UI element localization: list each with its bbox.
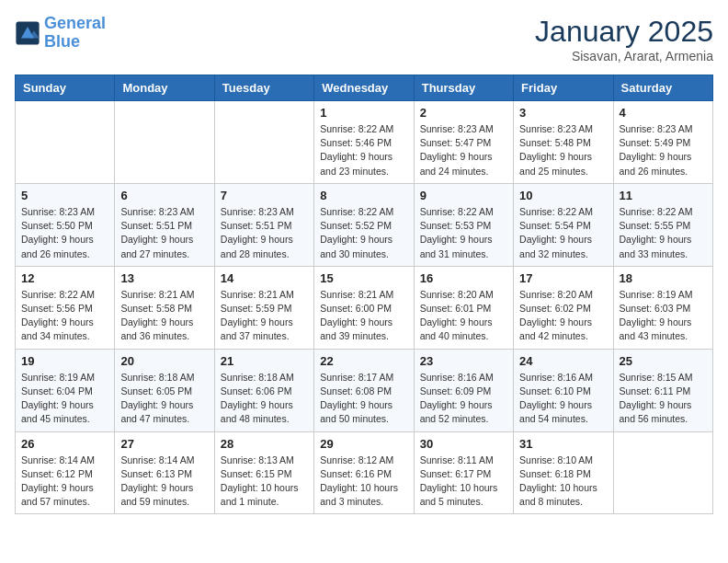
- calendar-cell: [214, 101, 313, 184]
- day-number: 17: [519, 271, 607, 285]
- calendar-cell: 26Sunrise: 8:14 AMSunset: 6:12 PMDayligh…: [16, 431, 115, 514]
- day-info: Sunrise: 8:14 AMSunset: 6:12 PMDaylight:…: [21, 454, 108, 510]
- calendar-cell: 4Sunrise: 8:23 AMSunset: 5:49 PMDaylight…: [613, 101, 712, 184]
- day-number: 26: [21, 437, 108, 451]
- logo-text: General Blue: [44, 15, 106, 52]
- day-info: Sunrise: 8:19 AMSunset: 6:03 PMDaylight:…: [620, 288, 707, 344]
- day-of-week-header: Monday: [115, 75, 214, 101]
- day-of-week-header: Sunday: [16, 75, 115, 101]
- subtitle: Sisavan, Ararat, Armenia: [535, 49, 713, 63]
- calendar-cell: 31Sunrise: 8:10 AMSunset: 6:18 PMDayligh…: [514, 431, 613, 514]
- calendar-cell: [613, 431, 712, 514]
- day-info: Sunrise: 8:23 AMSunset: 5:48 PMDaylight:…: [519, 122, 607, 178]
- day-number: 23: [420, 354, 507, 368]
- day-info: Sunrise: 8:18 AMSunset: 6:06 PMDaylight:…: [221, 371, 308, 427]
- day-info: Sunrise: 8:21 AMSunset: 5:59 PMDaylight:…: [221, 288, 308, 344]
- day-number: 16: [420, 271, 507, 285]
- day-info: Sunrise: 8:11 AMSunset: 6:17 PMDaylight:…: [420, 454, 507, 510]
- calendar-cell: 14Sunrise: 8:21 AMSunset: 5:59 PMDayligh…: [214, 266, 313, 349]
- day-info: Sunrise: 8:15 AMSunset: 6:11 PMDaylight:…: [620, 371, 707, 427]
- calendar-cell: 8Sunrise: 8:22 AMSunset: 5:52 PMDaylight…: [314, 183, 414, 266]
- calendar-cell: 1Sunrise: 8:22 AMSunset: 5:46 PMDaylight…: [314, 101, 414, 184]
- calendar-week-row: 19Sunrise: 8:19 AMSunset: 6:04 PMDayligh…: [16, 349, 713, 431]
- day-of-week-header: Friday: [514, 75, 613, 101]
- day-info: Sunrise: 8:22 AMSunset: 5:46 PMDaylight:…: [320, 122, 407, 178]
- calendar-week-row: 1Sunrise: 8:22 AMSunset: 5:46 PMDaylight…: [16, 101, 713, 184]
- header: General Blue January 2025 Sisavan, Arara…: [15, 15, 713, 63]
- day-number: 25: [620, 354, 707, 368]
- calendar-cell: 2Sunrise: 8:23 AMSunset: 5:47 PMDaylight…: [414, 101, 513, 184]
- day-number: 6: [120, 189, 208, 202]
- day-number: 18: [620, 271, 707, 285]
- day-info: Sunrise: 8:23 AMSunset: 5:51 PMDaylight:…: [221, 205, 308, 261]
- day-number: 27: [120, 437, 208, 451]
- calendar-cell: 27Sunrise: 8:14 AMSunset: 6:13 PMDayligh…: [115, 431, 214, 514]
- day-info: Sunrise: 8:20 AMSunset: 6:01 PMDaylight:…: [420, 288, 507, 344]
- day-info: Sunrise: 8:10 AMSunset: 6:18 PMDaylight:…: [519, 454, 607, 510]
- calendar-cell: 13Sunrise: 8:21 AMSunset: 5:58 PMDayligh…: [115, 266, 214, 349]
- day-number: 24: [519, 354, 607, 368]
- calendar-cell: 20Sunrise: 8:18 AMSunset: 6:05 PMDayligh…: [115, 349, 214, 431]
- day-info: Sunrise: 8:22 AMSunset: 5:56 PMDaylight:…: [21, 288, 108, 344]
- calendar-cell: 22Sunrise: 8:17 AMSunset: 6:08 PMDayligh…: [314, 349, 414, 431]
- calendar-cell: 3Sunrise: 8:23 AMSunset: 5:48 PMDaylight…: [514, 101, 613, 184]
- calendar-cell: 11Sunrise: 8:22 AMSunset: 5:55 PMDayligh…: [613, 183, 712, 266]
- calendar-cell: 28Sunrise: 8:13 AMSunset: 6:15 PMDayligh…: [214, 431, 313, 514]
- day-info: Sunrise: 8:23 AMSunset: 5:49 PMDaylight:…: [620, 122, 707, 178]
- calendar-cell: 19Sunrise: 8:19 AMSunset: 6:04 PMDayligh…: [16, 349, 115, 431]
- day-number: 8: [320, 189, 407, 202]
- month-title: January 2025: [535, 15, 713, 49]
- calendar-header-row: SundayMondayTuesdayWednesdayThursdayFrid…: [16, 75, 713, 101]
- calendar-cell: [16, 101, 115, 184]
- day-of-week-header: Wednesday: [314, 75, 414, 101]
- day-info: Sunrise: 8:12 AMSunset: 6:16 PMDaylight:…: [320, 454, 407, 510]
- logo-line2: Blue: [44, 32, 80, 51]
- day-number: 4: [620, 106, 707, 120]
- day-of-week-header: Saturday: [613, 75, 712, 101]
- day-number: 5: [21, 189, 108, 202]
- day-number: 29: [320, 437, 407, 451]
- day-number: 15: [320, 271, 407, 285]
- day-number: 3: [519, 106, 607, 120]
- calendar-week-row: 12Sunrise: 8:22 AMSunset: 5:56 PMDayligh…: [16, 266, 713, 349]
- calendar-cell: 21Sunrise: 8:18 AMSunset: 6:06 PMDayligh…: [214, 349, 313, 431]
- day-number: 28: [221, 437, 308, 451]
- calendar-cell: 30Sunrise: 8:11 AMSunset: 6:17 PMDayligh…: [414, 431, 513, 514]
- calendar: SundayMondayTuesdayWednesdayThursdayFrid…: [15, 75, 713, 514]
- day-info: Sunrise: 8:19 AMSunset: 6:04 PMDaylight:…: [21, 371, 108, 427]
- calendar-cell: 9Sunrise: 8:22 AMSunset: 5:53 PMDaylight…: [414, 183, 513, 266]
- calendar-cell: 24Sunrise: 8:16 AMSunset: 6:10 PMDayligh…: [514, 349, 613, 431]
- day-info: Sunrise: 8:22 AMSunset: 5:53 PMDaylight:…: [420, 205, 507, 261]
- calendar-week-row: 26Sunrise: 8:14 AMSunset: 6:12 PMDayligh…: [16, 431, 713, 514]
- day-number: 20: [120, 354, 208, 368]
- calendar-cell: 23Sunrise: 8:16 AMSunset: 6:09 PMDayligh…: [414, 349, 513, 431]
- day-info: Sunrise: 8:23 AMSunset: 5:47 PMDaylight:…: [420, 122, 507, 178]
- calendar-cell: 12Sunrise: 8:22 AMSunset: 5:56 PMDayligh…: [16, 266, 115, 349]
- day-number: 7: [221, 189, 308, 202]
- day-info: Sunrise: 8:18 AMSunset: 6:05 PMDaylight:…: [120, 371, 208, 427]
- day-info: Sunrise: 8:20 AMSunset: 6:02 PMDaylight:…: [519, 288, 607, 344]
- day-number: 31: [519, 437, 607, 451]
- day-number: 30: [420, 437, 507, 451]
- day-number: 11: [620, 189, 707, 202]
- calendar-cell: 25Sunrise: 8:15 AMSunset: 6:11 PMDayligh…: [613, 349, 712, 431]
- day-number: 19: [21, 354, 108, 368]
- day-of-week-header: Thursday: [414, 75, 513, 101]
- day-info: Sunrise: 8:23 AMSunset: 5:50 PMDaylight:…: [21, 205, 108, 261]
- calendar-week-row: 5Sunrise: 8:23 AMSunset: 5:50 PMDaylight…: [16, 183, 713, 266]
- day-number: 1: [320, 106, 407, 120]
- calendar-cell: 17Sunrise: 8:20 AMSunset: 6:02 PMDayligh…: [514, 266, 613, 349]
- day-info: Sunrise: 8:16 AMSunset: 6:09 PMDaylight:…: [420, 371, 507, 427]
- calendar-cell: 7Sunrise: 8:23 AMSunset: 5:51 PMDaylight…: [214, 183, 313, 266]
- calendar-cell: 29Sunrise: 8:12 AMSunset: 6:16 PMDayligh…: [314, 431, 414, 514]
- day-info: Sunrise: 8:16 AMSunset: 6:10 PMDaylight:…: [519, 371, 607, 427]
- title-block: January 2025 Sisavan, Ararat, Armenia: [535, 15, 713, 63]
- day-info: Sunrise: 8:14 AMSunset: 6:13 PMDaylight:…: [120, 454, 208, 510]
- logo: General Blue: [15, 15, 106, 52]
- day-number: 12: [21, 271, 108, 285]
- day-number: 2: [420, 106, 507, 120]
- day-info: Sunrise: 8:22 AMSunset: 5:54 PMDaylight:…: [519, 205, 607, 261]
- day-info: Sunrise: 8:21 AMSunset: 5:58 PMDaylight:…: [120, 288, 208, 344]
- day-number: 9: [420, 189, 507, 202]
- day-info: Sunrise: 8:13 AMSunset: 6:15 PMDaylight:…: [221, 454, 308, 510]
